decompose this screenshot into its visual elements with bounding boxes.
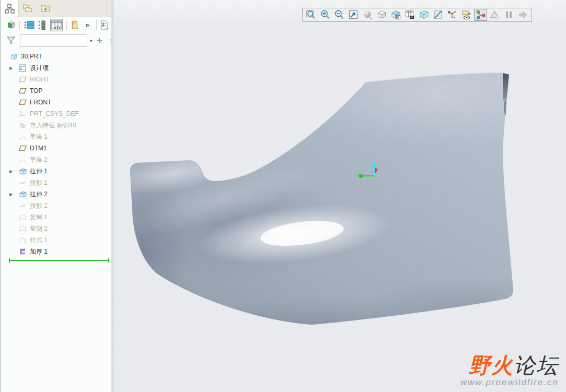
tree-item-copy-2[interactable]: 复制 2 bbox=[1, 223, 111, 234]
style-icon bbox=[18, 236, 27, 244]
tree-item-sketch-2[interactable]: 草绘 2 bbox=[1, 154, 111, 165]
view-manager-button[interactable] bbox=[403, 9, 417, 21]
zoom-in-icon bbox=[320, 9, 331, 20]
extrude-icon bbox=[18, 190, 27, 198]
svg-text:✳: ✳ bbox=[71, 20, 75, 26]
toolbar-overflow-button[interactable]: » bbox=[82, 19, 92, 31]
tree-item-part-root[interactable]: 30.PRT bbox=[1, 51, 111, 62]
tree-item-label: DTM1 bbox=[30, 145, 47, 152]
model-cube-icon bbox=[6, 20, 16, 30]
annotation-display-icon bbox=[461, 9, 472, 20]
tree-item-label: 草绘 2 bbox=[30, 156, 48, 164]
saved-views-button[interactable] bbox=[389, 9, 402, 21]
model-tree-icon bbox=[5, 4, 15, 14]
tree-item-extrude-2[interactable]: ▶ 拉伸 2 bbox=[1, 188, 111, 200]
projection-icon bbox=[18, 201, 27, 210]
tree-item-label: 草绘 1 bbox=[30, 133, 48, 141]
model-tree: 30.PRT ▶ 设计项 RIGHT TOP bbox=[1, 51, 111, 257]
tree-item-label: 投影 2 bbox=[30, 201, 48, 210]
display-style-button[interactable] bbox=[375, 9, 388, 21]
3d-surface-model[interactable] bbox=[111, 0, 566, 392]
tab-model-tree[interactable] bbox=[1, 0, 19, 17]
tree-item-style-1[interactable]: 样式 1 bbox=[1, 234, 111, 246]
tree-item-label: 复制 1 bbox=[30, 213, 48, 222]
spin-center-button[interactable] bbox=[474, 9, 487, 21]
watermark-brand-dark: 论坛 bbox=[514, 353, 559, 377]
tree-item-csys[interactable]: PRT_CSYS_DEF bbox=[1, 108, 111, 120]
sketch-icon bbox=[18, 133, 27, 141]
tab-favorites[interactable]: ✳ bbox=[37, 0, 54, 17]
annotation-display-button[interactable] bbox=[460, 9, 473, 21]
zoom-out-button[interactable] bbox=[333, 9, 346, 21]
expand-arrow-icon[interactable]: ▶ bbox=[9, 192, 18, 197]
sketch-icon bbox=[18, 156, 27, 164]
expand-arrow-icon[interactable]: ▶ bbox=[9, 66, 18, 70]
tree-filter-row: ✕ ▾ + bbox=[1, 32, 111, 49]
tree-item-label: 设计项 bbox=[30, 64, 49, 73]
model-tree-panel: ✳ bbox=[0, 0, 111, 392]
tree-item-design-items[interactable]: ▶ 设计项 bbox=[1, 62, 111, 74]
expand-arrow-icon[interactable]: ▶ bbox=[9, 169, 18, 174]
tree-item-projection-1[interactable]: 投影 1 bbox=[1, 177, 111, 188]
tree-item-top-plane[interactable]: TOP bbox=[1, 85, 111, 97]
tree-item-thicken-1[interactable]: 加厚 1 bbox=[1, 246, 111, 257]
tree-item-sketch-1[interactable]: 草绘 1 bbox=[1, 131, 111, 142]
extrude-icon bbox=[18, 167, 27, 175]
datum-plane-icon bbox=[18, 87, 27, 95]
zoom-out-icon bbox=[334, 9, 345, 20]
expand-all-button[interactable] bbox=[23, 19, 36, 31]
search-options-caret[interactable]: ▾ bbox=[87, 38, 96, 43]
tree-columns-button[interactable] bbox=[50, 19, 63, 31]
tree-item-label: FRONT bbox=[30, 99, 51, 106]
projection-icon bbox=[18, 179, 27, 187]
model-notifications-button bbox=[488, 9, 501, 21]
toolbar-drag-handle bbox=[19, 21, 20, 29]
repaint-button[interactable] bbox=[347, 9, 360, 21]
thicken-icon bbox=[18, 247, 27, 256]
tree-item-copy-1[interactable]: 复制 1 bbox=[1, 211, 111, 223]
section-view-button[interactable] bbox=[432, 9, 445, 21]
perspective-button[interactable] bbox=[418, 9, 431, 21]
tree-item-dtm1[interactable]: DTM1 bbox=[1, 142, 111, 154]
refit-icon bbox=[306, 9, 317, 20]
datum-display-button[interactable] bbox=[446, 9, 459, 21]
shading-mode-button[interactable] bbox=[361, 9, 374, 21]
model-view-button[interactable] bbox=[5, 19, 17, 31]
tree-item-label: 样式 1 bbox=[30, 236, 48, 245]
add-filter-button[interactable]: + bbox=[96, 37, 104, 45]
tree-item-label: 拉伸 2 bbox=[30, 190, 48, 199]
settings-doc-icon bbox=[99, 20, 110, 30]
smart-filter-button[interactable]: ✳ bbox=[69, 19, 80, 31]
tree-item-front-plane[interactable]: FRONT bbox=[1, 97, 111, 108]
view-manager-icon bbox=[405, 9, 415, 20]
refit-button[interactable] bbox=[305, 9, 318, 21]
tree-item-right-plane[interactable]: RIGHT bbox=[1, 74, 111, 85]
resume-arrow-icon bbox=[517, 9, 528, 20]
folder-star-icon: ✳ bbox=[40, 3, 51, 14]
collapse-all-button[interactable] bbox=[37, 19, 49, 31]
tree-item-projection-2[interactable]: 投影 2 bbox=[1, 200, 111, 211]
tree-item-label: 复制 2 bbox=[30, 224, 48, 233]
resume-button bbox=[516, 9, 529, 21]
pause-icon bbox=[503, 9, 514, 20]
folder-stack-icon bbox=[22, 3, 33, 14]
tree-insertion-indicator[interactable] bbox=[9, 260, 109, 261]
tree-columns-icon bbox=[51, 20, 62, 30]
filter-funnel-icon bbox=[6, 35, 16, 46]
tree-search-box: ✕ bbox=[20, 34, 87, 47]
zoom-in-button[interactable] bbox=[319, 9, 332, 21]
section-view-icon bbox=[433, 9, 444, 20]
tree-item-extrude-1[interactable]: ▶ 拉伸 1 bbox=[1, 165, 111, 177]
tree-item-label: 投影 1 bbox=[30, 179, 48, 187]
coordinate-system-icon bbox=[18, 110, 27, 118]
tab-folder-browser[interactable] bbox=[19, 0, 37, 17]
panel-splitter[interactable] bbox=[111, 0, 114, 392]
expand-tree-icon bbox=[24, 20, 35, 30]
graphics-viewport[interactable]: 野火论坛 www.proewildfire.cn bbox=[111, 0, 566, 392]
copy-icon bbox=[18, 213, 27, 221]
tree-item-import-feature[interactable]: 导入特征 标识40 bbox=[1, 120, 111, 131]
perspective-cube-icon bbox=[419, 9, 430, 20]
tree-settings-button[interactable] bbox=[99, 19, 110, 31]
warning-triangle-icon bbox=[489, 9, 500, 20]
tree-item-label: 拉伸 1 bbox=[30, 167, 48, 176]
